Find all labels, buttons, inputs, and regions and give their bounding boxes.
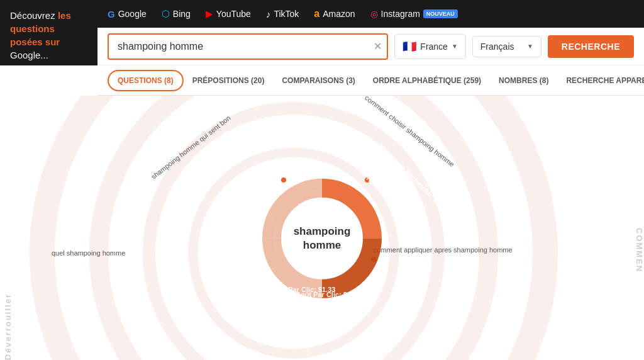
tab-questions[interactable]: QUESTIONS (8)	[108, 70, 184, 91]
partial-left-text: Déverrouiller	[3, 293, 13, 360]
lang-chevron-icon: ▼	[527, 43, 533, 50]
nav-instagram[interactable]: ◎ Instagram NOUVEAU	[370, 9, 458, 19]
brand-text: Découvrez les questions posées sur Googl…	[10, 9, 87, 62]
nav-google[interactable]: G Google	[108, 9, 147, 20]
instagram-icon: ◎	[370, 9, 378, 19]
top-section: Découvrez les questions posées sur Googl…	[0, 0, 644, 65]
tabs-row: QUESTIONS (8) PRÉPOSITIONS (20) COMPARAI…	[97, 65, 644, 96]
brand-google: Google...	[10, 50, 48, 60]
search-input[interactable]	[108, 33, 388, 60]
language-selector[interactable]: Français ▼	[472, 36, 541, 57]
search-bar: ✕ 🇫🇷 France ▼ Français ▼ RECHERCHE	[97, 28, 644, 65]
nav-youtube[interactable]: ▶ YouTube	[206, 8, 251, 20]
youtube-icon: ▶	[206, 8, 213, 20]
nav-tiktok[interactable]: ♪ TikTok	[266, 9, 299, 20]
google-icon: G	[108, 9, 115, 20]
nav-youtube-label: YouTube	[216, 9, 251, 19]
nav-amazon-label: Amazon	[323, 9, 355, 19]
language-label: Français	[480, 42, 514, 52]
nav-google-label: Google	[118, 9, 147, 19]
tab-nombres[interactable]: NOMBRES (8)	[490, 71, 557, 90]
tiktok-icon: ♪	[266, 9, 271, 20]
donut-center: shampoing homme	[294, 225, 351, 252]
nav-bing[interactable]: ⬡ Bing	[162, 8, 191, 20]
cpc-label: Coût Par Clic: $1.33	[296, 290, 360, 298]
label-quel: quel shampoing homme	[52, 249, 125, 257]
clear-icon[interactable]: ✕	[374, 40, 382, 52]
search-button[interactable]: RECHERCHE	[548, 35, 634, 58]
country-chevron-icon: ▼	[452, 43, 458, 50]
bing-icon: ⬡	[162, 8, 170, 20]
nav-search-area: G Google ⬡ Bing ▶ YouTube ♪ TikTok a Ama…	[97, 0, 644, 65]
tab-comparaisons[interactable]: COMPARAISONS (3)	[273, 71, 364, 90]
nav-tiktok-label: TikTok	[274, 9, 299, 19]
label-appliquer: comment appliquer apres shampoing homme	[374, 246, 513, 254]
search-input-wrapper: ✕	[108, 33, 388, 60]
partial-right-text: COMMEN	[635, 228, 644, 273]
france-flag: 🇫🇷	[402, 40, 416, 53]
tab-apparentee[interactable]: RECHERCHE APPARENTÉE (174)	[557, 71, 644, 90]
nav-bing-label: Bing	[173, 9, 191, 19]
brand-area: Découvrez les questions posées sur Googl…	[0, 0, 97, 65]
tab-prepositions[interactable]: PRÉPOSITIONS (20)	[184, 71, 274, 90]
nouveau-badge: NOUVEAU	[423, 9, 458, 18]
country-label: France	[420, 42, 448, 52]
country-selector[interactable]: 🇫🇷 France ▼	[394, 34, 465, 59]
donut-chart: shampoing homme Volume de Recherche: 1.6…	[256, 172, 388, 305]
tab-alphabetique[interactable]: ORDRE ALPHABÉTIQUE (259)	[364, 71, 490, 90]
nav-bar: G Google ⬡ Bing ▶ YouTube ♪ TikTok a Ama…	[97, 0, 644, 28]
amazon-icon: a	[314, 8, 319, 20]
brand-discover: Découvrez	[10, 10, 58, 21]
nav-amazon[interactable]: a Amazon	[314, 8, 355, 20]
main-visualization: shampoing homme qui sent bon comment cho…	[0, 96, 644, 360]
nav-instagram-label: Instagram	[381, 9, 420, 19]
